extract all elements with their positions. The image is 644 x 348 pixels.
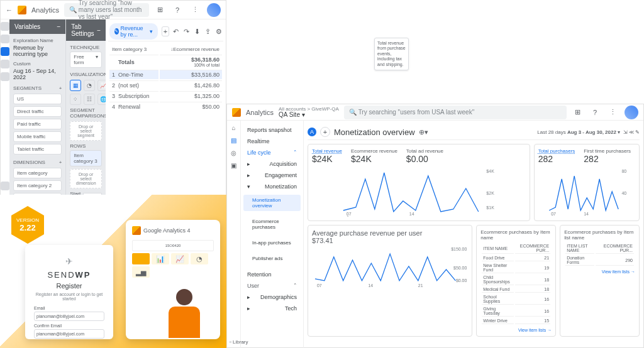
svg-text:14: 14 [368, 283, 373, 288]
more-icon[interactable]: ⋮ [607, 107, 618, 118]
nav-configure-icon[interactable] [1, 72, 9, 81]
sidebar-item-acquisition[interactable]: ▸ Acquisition [243, 158, 301, 170]
sidebar-cat-user[interactable]: User˄ [243, 280, 301, 291]
nav-settings-icon[interactable] [1, 182, 9, 190]
collapse-icon[interactable]: − [57, 23, 61, 30]
more-icon[interactable]: ⋮ [189, 4, 201, 16]
viz-bar-icon[interactable]: ☷ [84, 94, 95, 105]
email-input[interactable]: pianoman@billyjoel.com [34, 312, 104, 321]
svg-text:$1K: $1K [486, 205, 494, 210]
svg-text:21: 21 [418, 283, 423, 288]
segment-chip[interactable]: Direct traffic [13, 106, 62, 117]
svg-text:$2K: $2K [486, 191, 494, 195]
nav-reports-icon[interactable]: ▤ [230, 136, 238, 144]
viz-geo-icon[interactable]: 🌐 [97, 94, 106, 105]
brand: Analytics [31, 6, 59, 14]
segment-chip[interactable]: Tablet traffic [13, 144, 62, 155]
assistant-icon[interactable]: A [308, 128, 316, 136]
settings-icon[interactable]: ⚙ [216, 28, 222, 36]
sidebar-item-inapp-purchases[interactable]: In-app purchases [243, 237, 301, 248]
viz-donut-icon[interactable]: ◔ [84, 80, 95, 91]
svg-text:40: 40 [621, 191, 626, 195]
collapse-icon[interactable]: − [97, 27, 101, 34]
redo-icon[interactable]: ↷ [184, 28, 189, 36]
sidebar-item-engagement[interactable]: ▸ Engagement [243, 170, 301, 181]
sidebar-item-ecommerce-purchases[interactable]: Ecommerce purchases [243, 216, 301, 232]
dimension-chip[interactable]: Item category 2 [13, 180, 62, 191]
add-segment-icon[interactable]: + [59, 85, 62, 91]
svg-text:14: 14 [584, 212, 589, 216]
add-tab-button[interactable]: + [162, 26, 169, 36]
date-range-input[interactable]: Aug 16 - Sep 14, 2022 [13, 68, 62, 80]
sidebar-item-realtime[interactable]: Realtime [243, 136, 301, 147]
add-comparison-button[interactable]: + [320, 127, 330, 137]
account-picker[interactable]: All accounts > GiveWP-QA QA Site ▾ [279, 107, 339, 118]
exploration-canvas: ✎Revenue by re...▾ + ↶ ↷ ⬇ ⇪ ⚙ Item cate… [106, 19, 226, 195]
purchasers-card: Total purchasers282 First time purchaser… [534, 144, 640, 221]
exploration-tab[interactable]: ✎Revenue by re...▾ [109, 23, 158, 40]
ga-logo-icon [132, 226, 141, 235]
segment-chip[interactable]: Paid traffic [13, 119, 62, 129]
segment-chip[interactable]: Mobile traffic [13, 131, 62, 142]
sidebar-item-library[interactable]: ▫ Library [230, 339, 248, 345]
ga-header: ← Analytics 🔍 Try searching "how many us… [1, 1, 226, 19]
sidebar-item-retention[interactable]: Retention [243, 269, 301, 280]
rows-drop[interactable]: Drop or select dimension [70, 169, 102, 188]
sidebar-item-publisher-ads[interactable]: Publisher ads [243, 253, 301, 264]
avatar[interactable] [207, 3, 221, 17]
nav-explore-icon[interactable] [1, 47, 9, 56]
chevron-down-icon: ▾ [150, 28, 153, 35]
sidebar-item-snapshot[interactable]: Reports snapshot [243, 124, 301, 136]
ga-explorations-window: ← Analytics 🔍 Try searching "how many us… [0, 0, 226, 195]
nav-reports-icon[interactable] [1, 35, 9, 43]
edit-icon: ✎ [114, 28, 119, 35]
ga4-reports-window: Analytics All accounts > GiveWP-QA QA Si… [226, 104, 644, 348]
sidebar-item-demographics[interactable]: ▸ Demographics [243, 291, 301, 303]
brand: Analytics [246, 109, 274, 116]
svg-text:80: 80 [621, 169, 626, 173]
segment-drop[interactable]: Drop or select segment [70, 121, 102, 141]
sidebar-item-monetization[interactable]: ▾ Monetization [243, 181, 301, 192]
viz-line-icon[interactable]: 📈 [97, 80, 106, 91]
nav-home-icon[interactable]: ⌂ [230, 123, 238, 132]
undo-icon[interactable]: ↶ [173, 28, 179, 36]
paper-plane-icon: ✈ [64, 256, 75, 268]
exploration-name-input[interactable]: Revenue by recurring type [13, 45, 62, 57]
svg-text:$50.00: $50.00 [453, 266, 467, 270]
sidebar-item-monetization-overview[interactable]: Monetization overview [243, 195, 301, 211]
share-icon[interactable]: ⇪ [205, 28, 211, 36]
help-icon[interactable]: ? [172, 4, 183, 16]
date-range-picker[interactable]: Last 28 days Aug 3 - Aug 30, 2022 ▾ ⇲ ≪ … [537, 129, 640, 135]
nav-advertising-icon[interactable] [1, 60, 9, 68]
item-purchases-card: Ecommerce purchases by Item name ITEM NA… [476, 225, 556, 337]
search-input[interactable]: 🔍 Try searching "users from USA last wee… [344, 106, 567, 119]
apps-icon[interactable]: ⊞ [572, 107, 583, 118]
nav-explore-icon[interactable]: ◎ [230, 148, 238, 157]
nav-home-icon[interactable] [1, 22, 9, 31]
svg-text:Aug: Aug [347, 215, 355, 217]
nav-advertising-icon[interactable]: ▣ [230, 161, 238, 170]
confirm-email-input[interactable]: pianoman@billyjoel.com [34, 329, 104, 339]
viz-scatter-icon[interactable]: ⁘ [70, 94, 81, 105]
dimension-chip[interactable]: Item category [13, 168, 62, 178]
primary-nav: ⌂ ▤ ◎ ▣ [227, 121, 241, 348]
sidebar-item-tech[interactable]: ▸ Tech [243, 303, 301, 314]
sidebar-cat-lifecycle[interactable]: Life cycle˄ [243, 147, 301, 158]
segment-chip[interactable]: US [13, 94, 62, 104]
view-item-lists-link[interactable]: View item lists → [564, 269, 635, 274]
technique-select[interactable]: Free form▾ [70, 52, 102, 68]
ga-logo-icon [232, 108, 241, 117]
svg-text:$0.00: $0.00 [456, 278, 467, 283]
apps-icon[interactable]: ⊞ [154, 4, 165, 16]
customize-icon[interactable]: ⊕▾ [419, 128, 428, 136]
add-dimension-icon[interactable]: + [59, 160, 62, 165]
view-items-link[interactable]: View item lists → [480, 328, 552, 332]
search-icon: 🔍 [69, 6, 77, 13]
download-icon[interactable]: ⬇ [194, 28, 200, 36]
rows-chip[interactable]: Item category 3 [70, 150, 102, 166]
viz-table-icon[interactable]: ▦ [70, 80, 81, 91]
help-icon[interactable]: ? [589, 107, 601, 118]
avatar[interactable] [625, 106, 638, 119]
back-icon[interactable]: ← [6, 6, 13, 14]
search-input[interactable]: 🔍 Try searching "how many users last mon… [64, 3, 149, 17]
